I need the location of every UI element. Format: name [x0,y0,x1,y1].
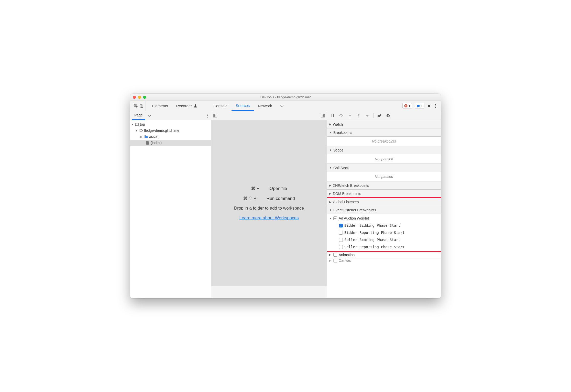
shortcut-run-command: ⌘ ⇧ P [243,196,256,201]
checkbox-bidder-bidding[interactable]: ✓ [339,224,343,227]
tab-console[interactable]: Console [209,101,232,111]
elb-item-bidder-reporting[interactable]: Bidder Reporting Phase Start [327,229,441,236]
elb-animation-label: Animation [339,253,355,257]
nav-tab-more[interactable] [145,111,154,120]
checkbox-animation[interactable] [333,253,337,257]
sidebar-toggle-right-icon[interactable] [321,114,325,118]
step-out-button[interactable] [355,112,363,119]
section-dom-label: DOM Breakpoints [333,192,361,196]
folder-icon [144,135,148,139]
section-xhr[interactable]: ▶XHR/fetch Breakpoints [327,181,441,190]
nav-kebab[interactable] [205,111,211,120]
checkbox-ad-auction-worklet[interactable] [333,216,337,220]
section-elb-label: Event Listener Breakpoints [333,208,376,212]
svg-point-21 [358,116,359,117]
breakpoints-empty: No breakpoints [327,137,441,146]
elb-canvas[interactable]: ▶ Canvas [327,258,441,263]
section-watch[interactable]: ▶Watch [327,120,441,128]
svg-rect-11 [135,123,138,126]
device-toggle-icon[interactable] [139,104,144,108]
hint-run-command: ⌘ ⇧ P Run command [243,196,295,201]
section-event-listener-breakpoints[interactable]: ▼Event Listener Breakpoints [327,206,441,214]
elb-item-0-label: Bidder Bidding Phase Start [344,223,400,227]
debugger-panel: ▶Watch ▼Breakpoints No breakpoints ▼Scop… [327,111,441,298]
checkbox-seller-reporting[interactable] [339,245,343,249]
message-count: 1 [421,104,423,108]
label-open-file: Open file [270,186,287,191]
elb-item-seller-scoring[interactable]: Seller Scoring Phase Start [327,236,441,243]
svg-point-8 [207,114,208,114]
error-count: 1 [409,104,410,108]
svg-point-20 [350,116,350,117]
svg-rect-18 [333,114,334,117]
message-badge[interactable]: 1 [415,103,424,108]
section-scope[interactable]: ▼Scope [327,146,441,154]
tab-elements[interactable]: Elements [148,101,172,111]
elb-canvas-label: Canvas [339,258,351,263]
svg-point-5 [435,104,436,105]
svg-rect-26 [388,115,389,116]
editor-statusbar [211,286,327,298]
tree-folder-assets[interactable]: assets [130,134,211,140]
tab-network[interactable]: Network [254,101,276,111]
error-badge[interactable]: 1 [402,103,412,108]
pause-button[interactable] [329,112,336,119]
step-button[interactable] [364,112,371,119]
svg-point-7 [435,107,436,108]
elb-item-seller-reporting[interactable]: Seller Reporting Phase Start [327,243,441,251]
elb-item-1-label: Bidder Reporting Phase Start [344,231,405,235]
svg-point-9 [207,115,208,116]
settings-icon[interactable] [427,104,431,108]
pause-exceptions-button[interactable] [384,112,392,119]
deactivate-breakpoints-button[interactable] [376,112,383,119]
editor-panel: ⌘ P Open file ⌘ ⇧ P Run command Drop in … [211,111,327,298]
svg-rect-4 [417,105,420,107]
tree-domain[interactable]: fledge-demo.glitch.me [130,127,211,134]
section-breakpoints[interactable]: ▼Breakpoints [327,128,441,137]
svg-rect-2 [141,105,143,107]
navigator-panel: Page top fledge-demo.glitch.me [130,111,211,298]
step-over-button[interactable] [337,112,345,119]
tab-recorder[interactable]: Recorder [172,101,202,111]
svg-point-10 [207,117,208,117]
tree-folder-label: assets [149,135,159,139]
svg-point-19 [341,116,342,117]
kebab-icon[interactable] [434,104,438,108]
section-xhr-label: XHR/fetch Breakpoints [333,183,369,188]
debug-controls [327,111,441,120]
elb-ad-auction-label: Ad Auction Worklet [339,216,369,220]
inspect-icon[interactable] [134,104,138,108]
tab-more[interactable] [276,101,288,111]
file-tree: top fledge-demo.glitch.me assets (index) [130,120,211,298]
learn-workspaces-link[interactable]: Learn more about Workspaces [239,215,299,221]
elb-ad-auction-worklet[interactable]: ▼ Ad Auction Worklet [327,215,441,222]
nav-tab-page[interactable]: Page [132,111,145,120]
frame-icon [135,122,139,126]
tree-top-label: top [140,122,145,126]
section-breakpoints-label: Breakpoints [333,130,352,135]
checkbox-canvas[interactable] [333,259,337,263]
elb-item-bidder-bidding[interactable]: ✓ Bidder Bidding Phase Start [327,222,441,229]
section-watch-label: Watch [333,122,343,126]
step-into-button[interactable] [346,112,354,119]
tree-file-index[interactable]: (index) [130,140,211,146]
drop-hint: Drop in a folder to add to workspace [234,206,304,211]
svg-rect-17 [332,114,332,117]
elb-item-2-label: Seller Scoring Phase Start [344,238,400,242]
section-callstack[interactable]: ▼Call Stack [327,164,441,172]
elb-item-3-label: Seller Reporting Phase Start [344,245,405,249]
elb-animation[interactable]: ▶ Animation [327,251,441,258]
label-run-command: Run command [267,196,295,201]
section-global-listeners[interactable]: ▶Global Listeners [327,198,441,206]
hint-open-file: ⌘ P Open file [251,186,287,191]
shortcut-open-file: ⌘ P [251,186,259,191]
callstack-empty: Not paused [327,172,441,181]
tree-top[interactable]: top [130,121,211,127]
checkbox-bidder-reporting[interactable] [339,231,343,235]
section-dom[interactable]: ▶DOM Breakpoints [327,190,441,198]
sidebar-toggle-left-icon[interactable] [213,114,217,118]
checkbox-seller-scoring[interactable] [339,238,343,242]
tree-domain-label: fledge-demo.glitch.me [144,128,179,133]
tab-sources[interactable]: Sources [232,101,254,111]
svg-point-6 [435,105,436,106]
